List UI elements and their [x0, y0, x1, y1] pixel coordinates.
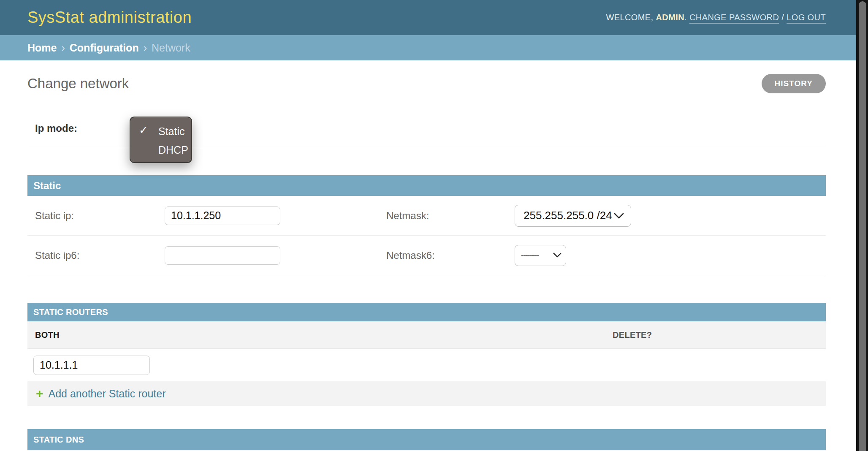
static-routers-section: STATIC ROUTERS BOTH DELETE? + Add anothe… [27, 303, 826, 406]
app-title-link[interactable]: SysStat administration [27, 8, 192, 27]
welcome-text: WELCOME, [606, 13, 653, 22]
history-button[interactable]: HISTORY [762, 74, 826, 93]
chevron-down-icon [614, 213, 624, 219]
static-section: Static Static ip: Netmask: 255.255.255.0… [27, 175, 826, 275]
chevron-down-icon [553, 253, 561, 258]
router-ip-input[interactable] [33, 356, 150, 375]
static-routers-header: STATIC ROUTERS [27, 303, 826, 321]
netmask6-select[interactable]: --------- [515, 245, 566, 266]
static-ip-input[interactable] [165, 206, 280, 225]
ip-mode-menu: ✓ Static DHCP [130, 117, 192, 163]
breadcrumb-separator: › [61, 42, 65, 54]
static-ip6-row: Static ip6: Netmask6: --------- [27, 236, 826, 275]
static-section-header: Static [27, 175, 826, 196]
breadcrumb-current: Network [152, 42, 190, 54]
static-ip-label: Static ip: [27, 210, 165, 222]
scrollbar-thumb[interactable] [859, 1, 866, 451]
breadcrumb-separator: › [144, 42, 147, 54]
netmask-label: Netmask: [386, 210, 515, 222]
add-router-row: + Add another Static router [27, 381, 826, 406]
app-header: SysStat administration WELCOME, ADMIN. C… [0, 0, 868, 35]
page-title: Change network [27, 60, 826, 92]
netmask-select[interactable]: 255.255.255.0 /24 [515, 205, 631, 227]
link-separator: / [781, 13, 784, 22]
netmask6-select-value: --------- [521, 251, 539, 260]
check-icon: ✓ [139, 124, 148, 137]
menu-option-dhcp[interactable]: DHCP [130, 141, 191, 159]
username: ADMIN [656, 13, 684, 22]
static-dns-header: STATIC DNS [27, 429, 826, 450]
logout-link[interactable]: LOG OUT [787, 13, 826, 22]
static-ip-row: Static ip: Netmask: 255.255.255.0 /24 [27, 196, 826, 236]
breadcrumb-link-configuration[interactable]: Configuration [70, 42, 139, 54]
user-tools: WELCOME, ADMIN. CHANGE PASSWORD / LOG OU… [606, 13, 826, 22]
change-password-link[interactable]: CHANGE PASSWORD [689, 13, 779, 22]
ip-mode-label: Ip mode: [35, 122, 77, 134]
breadcrumb-link-home[interactable]: Home [27, 42, 57, 54]
static-ip6-label: Static ip6: [27, 250, 165, 261]
username-period: . [684, 13, 687, 22]
column-header-delete: DELETE? [613, 330, 652, 340]
menu-option-dhcp-label: DHCP [158, 144, 188, 156]
menu-option-static-label: Static [158, 125, 185, 138]
routers-table-header: BOTH DELETE? [27, 321, 826, 349]
column-header-both: BOTH [27, 330, 60, 340]
menu-option-static[interactable]: ✓ Static [130, 122, 191, 141]
netmask-select-value: 255.255.255.0 /24 [524, 209, 612, 222]
netmask6-label: Netmask6: [386, 250, 515, 261]
content: Change network HISTORY Ip mode: ✓ Static… [0, 60, 868, 451]
scrollbar[interactable] [856, 0, 868, 451]
breadcrumb: Home › Configuration › Network [0, 35, 868, 60]
add-icon[interactable]: + [36, 387, 43, 400]
static-ip6-input[interactable] [165, 246, 280, 265]
static-dns-section: STATIC DNS [27, 429, 826, 451]
router-row [27, 349, 826, 381]
add-router-link[interactable]: Add another Static router [49, 388, 166, 400]
